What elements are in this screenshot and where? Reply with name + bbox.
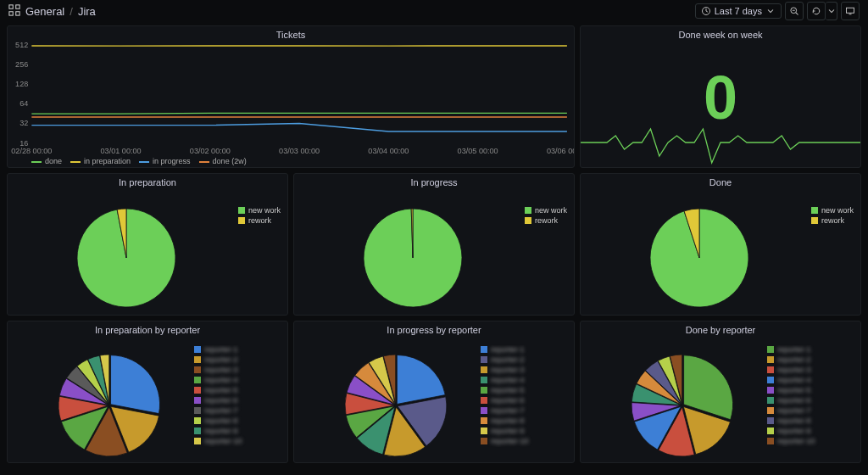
legend-in-prep: in preparation <box>70 157 131 165</box>
legend-done: done <box>31 157 62 165</box>
panel-title: In progress by reporter <box>294 321 574 337</box>
panel-title: Tickets <box>8 26 574 42</box>
svg-rect-1 <box>16 4 19 8</box>
dashboard-grid-icon <box>8 4 20 19</box>
pie-legend: reporter-1reporter-2reporter-3reporter-4… <box>194 345 281 447</box>
pie-legend: new work rework <box>811 206 854 226</box>
refresh-button[interactable] <box>807 2 826 20</box>
legend-done2w: done (2w) <box>199 157 247 165</box>
svg-text:256: 256 <box>15 60 28 69</box>
svg-text:02/28 00:00: 02/28 00:00 <box>11 147 52 155</box>
svg-text:512: 512 <box>15 42 28 49</box>
clock-icon <box>701 6 711 16</box>
topbar: General / Jira Last 7 days <box>0 0 868 22</box>
pie-legend: reporter-1reporter-2reporter-3reporter-4… <box>767 345 854 447</box>
panel-in-prep-by-reporter[interactable]: In preparation by reporter reporter-1rep… <box>7 321 288 463</box>
pie-legend: new work rework <box>238 206 281 226</box>
time-range-picker[interactable]: Last 7 days <box>695 3 782 19</box>
svg-text:64: 64 <box>19 99 28 108</box>
dashboard-grid: Tickets 16326412825651202/28 00:0003/01 … <box>0 22 868 467</box>
refresh-menu-chevron[interactable] <box>826 2 837 20</box>
panel-title: Done by reporter <box>581 321 860 337</box>
zoom-out-button[interactable] <box>785 2 804 20</box>
panel-in-prog-by-reporter[interactable]: In progress by reporter reporter-1report… <box>293 321 575 463</box>
panel-done-by-reporter[interactable]: Done by reporter reporter-1reporter-2rep… <box>580 321 861 463</box>
svg-text:03/04 00:00: 03/04 00:00 <box>368 147 409 155</box>
tv-mode-button[interactable] <box>841 2 860 20</box>
breadcrumb-folder[interactable]: General <box>25 5 64 18</box>
svg-rect-3 <box>16 11 19 14</box>
tickets-legend: done in preparation in progress done (2w… <box>31 157 247 165</box>
breadcrumb-title[interactable]: Jira <box>78 5 96 18</box>
legend-in-prog: in progress <box>139 157 191 165</box>
svg-rect-0 <box>9 4 13 8</box>
svg-rect-2 <box>9 11 13 14</box>
breadcrumb[interactable]: General / Jira <box>8 4 96 19</box>
svg-text:03/06 00:00: 03/06 00:00 <box>547 147 574 155</box>
legend-new-work: new work <box>821 206 854 215</box>
chevron-down-icon <box>765 6 776 16</box>
wow-value: 0 <box>581 67 860 128</box>
panel-tickets[interactable]: Tickets 16326412825651202/28 00:0003/01 … <box>7 25 575 168</box>
legend-rework: rework <box>248 216 271 225</box>
top-controls: Last 7 days <box>695 2 860 20</box>
panel-title: Done week on week <box>581 26 860 42</box>
panel-title: In preparation by reporter <box>8 321 287 337</box>
panel-in-progress[interactable]: In progress new work rework <box>293 173 575 316</box>
svg-text:03/05 00:00: 03/05 00:00 <box>458 147 498 155</box>
panel-title: In progress <box>294 174 574 189</box>
svg-text:03/02 00:00: 03/02 00:00 <box>190 147 231 155</box>
panel-title: In preparation <box>8 174 287 189</box>
tickets-chart: 16326412825651202/28 00:0003/01 00:0003/… <box>8 42 574 167</box>
svg-rect-8 <box>847 8 854 13</box>
legend-new-work: new work <box>248 206 281 215</box>
legend-rework: rework <box>821 216 844 225</box>
svg-text:32: 32 <box>19 120 28 128</box>
pie-legend: reporter-1reporter-2reporter-3reporter-4… <box>481 345 567 447</box>
pie-legend: new work rework <box>525 206 567 226</box>
panel-done-wow[interactable]: Done week on week 0 <box>580 25 861 168</box>
panel-in-preparation[interactable]: In preparation new work rework <box>7 173 288 316</box>
legend-new-work: new work <box>535 206 567 215</box>
svg-line-6 <box>796 13 798 15</box>
panel-title: Done <box>581 174 860 189</box>
svg-text:03/03 00:00: 03/03 00:00 <box>279 147 320 155</box>
legend-rework: rework <box>535 216 558 225</box>
svg-text:03/01 00:00: 03/01 00:00 <box>101 147 142 155</box>
svg-text:128: 128 <box>15 80 28 88</box>
time-range-label: Last 7 days <box>715 6 762 16</box>
panel-done[interactable]: Done new work rework <box>580 173 861 316</box>
breadcrumb-sep: / <box>70 5 73 18</box>
